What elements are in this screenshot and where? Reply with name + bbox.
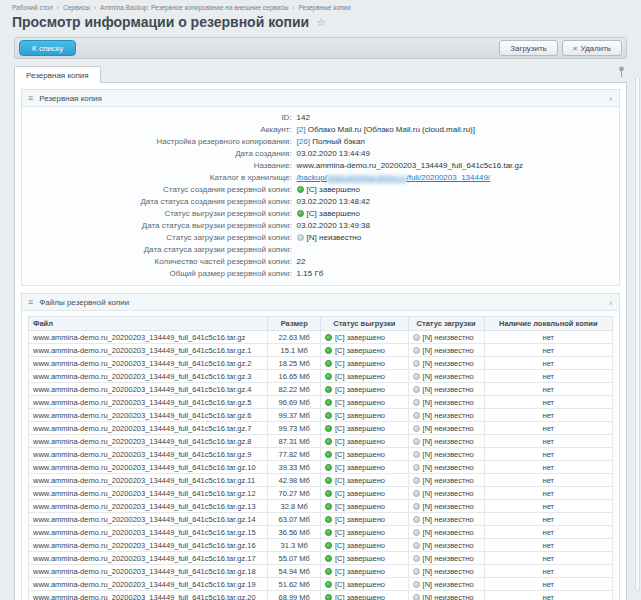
storage-path-redacted: www.ammina-demo.ru <box>327 173 407 182</box>
table-row[interactable]: www.ammina-demo.ru_20200203_134449_full_… <box>29 422 613 435</box>
local-copy-cell: нет <box>484 435 613 448</box>
storage-path-link[interactable]: /backup/www.ammina-demo.ru/full/20200203… <box>297 173 490 182</box>
table-row[interactable]: www.ammina-demo.ru_20200203_134449_full_… <box>29 578 613 591</box>
download-status-cell: [N] неизвестно <box>408 448 484 461</box>
table-row[interactable]: www.ammina-demo.ru_20200203_134449_full_… <box>29 500 613 513</box>
field-id-link[interactable]: [2] <box>297 125 306 134</box>
favorite-star-icon[interactable]: ☆ <box>316 17 326 27</box>
table-row[interactable]: www.ammina-demo.ru_20200203_134449_full_… <box>29 331 613 344</box>
breadcrumb-item[interactable]: Рабочий стол <box>12 4 53 11</box>
breadcrumb-separator: › <box>94 4 96 11</box>
column-header: Файл <box>29 317 268 331</box>
download-button[interactable]: Загрузить <box>499 40 558 56</box>
table-row[interactable]: www.ammina-demo.ru_20200203_134449_full_… <box>29 552 613 565</box>
breadcrumb-item[interactable]: Ammina Backup: Резервное копирование на … <box>100 4 288 11</box>
drag-handle-icon: ≡ <box>28 297 33 307</box>
delete-button[interactable]: × Удалить <box>562 40 622 56</box>
field-row: Статус создания резервной копии:[C] заве… <box>22 183 619 195</box>
content-area: ≡ Резервная копия ∧ ID:142Аккаунт:[2] Об… <box>14 82 627 600</box>
field-row: Аккаунт:[2] Облако Mail.ru [Облако Mail.… <box>22 123 619 135</box>
status-dot-icon <box>325 594 332 600</box>
breadcrumb-separator: › <box>292 4 294 11</box>
table-row[interactable]: www.ammina-demo.ru_20200203_134449_full_… <box>29 539 613 552</box>
file-name-cell: www.ammina-demo.ru_20200203_134449_full_… <box>29 383 268 396</box>
field-row: Статус загрузки резервной копии:[N] неиз… <box>22 231 619 243</box>
field-label: Дата статуса создания резервной копии: <box>22 197 297 206</box>
status-dot-icon <box>413 594 420 600</box>
table-row[interactable]: www.ammina-demo.ru_20200203_134449_full_… <box>29 487 613 500</box>
delete-button-label: Удалить <box>580 44 611 53</box>
local-copy-cell: нет <box>484 591 613 600</box>
field-value: [2] Облако Mail.ru [Облако Mail.ru (clou… <box>297 125 619 134</box>
table-header-row: ФайлРазмерСтатус выгрузкиСтатус загрузки… <box>29 317 613 331</box>
table-row[interactable]: www.ammina-demo.ru_20200203_134449_full_… <box>29 448 613 461</box>
field-value: 03.02.2020 13:48:42 <box>297 197 619 206</box>
status-dot-icon <box>413 529 420 536</box>
field-row: Дата создания:03.02.2020 13:44:49 <box>22 147 619 159</box>
field-id-link[interactable]: [26] <box>297 137 310 146</box>
table-row[interactable]: www.ammina-demo.ru_20200203_134449_full_… <box>29 357 613 370</box>
table-row[interactable]: www.ammina-demo.ru_20200203_134449_full_… <box>29 396 613 409</box>
upload-status-cell: [C] завершено <box>321 435 409 448</box>
back-to-list-button[interactable]: К списку <box>19 40 76 56</box>
field-row: Дата статуса загрузки резервной копии: <box>22 243 619 255</box>
field-value: 22 <box>297 257 619 266</box>
file-name-cell: www.ammina-demo.ru_20200203_134449_full_… <box>29 435 268 448</box>
status-dot-icon <box>297 234 304 241</box>
pin-icon[interactable] <box>618 64 627 82</box>
chevron-up-icon[interactable]: ∧ <box>609 299 613 306</box>
table-row[interactable]: www.ammina-demo.ru_20200203_134449_full_… <box>29 591 613 600</box>
status-dot-icon <box>413 503 420 510</box>
file-name-cell: www.ammina-demo.ru_20200203_134449_full_… <box>29 578 268 591</box>
table-row[interactable]: www.ammina-demo.ru_20200203_134449_full_… <box>29 435 613 448</box>
status-dot-icon <box>413 581 420 588</box>
file-name-cell: www.ammina-demo.ru_20200203_134449_full_… <box>29 565 268 578</box>
table-row[interactable]: www.ammina-demo.ru_20200203_134449_full_… <box>29 383 613 396</box>
local-copy-cell: нет <box>484 409 613 422</box>
table-row[interactable]: www.ammina-demo.ru_20200203_134449_full_… <box>29 526 613 539</box>
table-row[interactable]: www.ammina-demo.ru_20200203_134449_full_… <box>29 565 613 578</box>
table-row[interactable]: www.ammina-demo.ru_20200203_134449_full_… <box>29 513 613 526</box>
file-name-cell: www.ammina-demo.ru_20200203_134449_full_… <box>29 552 268 565</box>
field-value: 1.15 Гб <box>297 269 619 278</box>
table-row[interactable]: www.ammina-demo.ru_20200203_134449_full_… <box>29 409 613 422</box>
file-size-cell: 31.3 Мб <box>268 539 321 552</box>
upload-status-cell: [C] завершено <box>321 396 409 409</box>
status-dot-icon <box>413 360 420 367</box>
status-dot-icon <box>413 555 420 562</box>
field-label: Дата создания: <box>22 149 297 158</box>
table-row[interactable]: www.ammina-demo.ru_20200203_134449_full_… <box>29 461 613 474</box>
scrollbar-thumb[interactable] <box>635 76 640 592</box>
table-row[interactable]: www.ammina-demo.ru_20200203_134449_full_… <box>29 370 613 383</box>
tab-strip: Резервная копия <box>14 65 627 82</box>
download-status-cell: [N] неизвестно <box>408 487 484 500</box>
column-header: Наличие локальной копии <box>484 317 613 331</box>
field-label: Настройка резервного копирования: <box>22 137 297 146</box>
upload-status-cell: [C] завершено <box>321 578 409 591</box>
status-dot-icon <box>413 347 420 354</box>
file-name-cell: www.ammina-demo.ru_20200203_134449_full_… <box>29 409 268 422</box>
backup-info-panel-header: ≡ Резервная копия ∧ <box>22 90 619 107</box>
status-dot-icon <box>413 425 420 432</box>
table-row[interactable]: www.ammina-demo.ru_20200203_134449_full_… <box>29 474 613 487</box>
table-row[interactable]: www.ammina-demo.ru_20200203_134449_full_… <box>29 344 613 357</box>
download-status-cell: [N] неизвестно <box>408 578 484 591</box>
status-dot-icon <box>325 412 332 419</box>
tab-backup-copy[interactable]: Резервная копия <box>14 66 101 83</box>
breadcrumb-item[interactable]: Резервные копии <box>299 4 351 11</box>
status-dot-icon <box>325 425 332 432</box>
status-dot-icon <box>413 568 420 575</box>
upload-status-cell: [C] завершено <box>321 474 409 487</box>
field-value: [C] завершено <box>297 209 619 218</box>
chevron-up-icon[interactable]: ∧ <box>609 95 613 102</box>
scrollbar[interactable] <box>635 76 640 592</box>
upload-status-cell: [C] завершено <box>321 422 409 435</box>
field-label: Аккаунт: <box>22 125 297 134</box>
breadcrumb-item[interactable]: Сервисы <box>63 4 90 11</box>
download-status-cell: [N] неизвестно <box>408 370 484 383</box>
status-dot-icon <box>413 516 420 523</box>
field-value: /backup/www.ammina-demo.ru/full/20200203… <box>297 173 619 182</box>
field-label: Название: <box>22 161 297 170</box>
status-dot-icon <box>413 334 420 341</box>
field-row: Дата статуса создания резервной копии:03… <box>22 195 619 207</box>
